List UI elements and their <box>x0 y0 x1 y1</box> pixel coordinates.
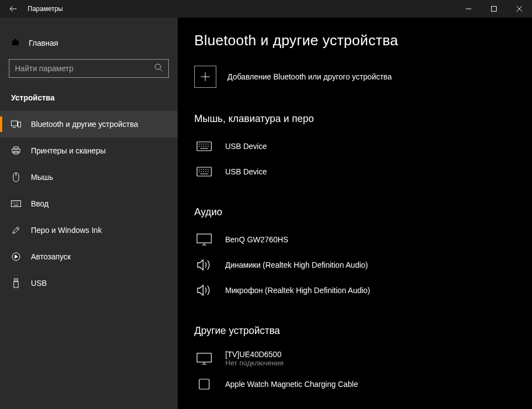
search-input[interactable] <box>15 64 155 73</box>
svg-rect-16 <box>199 379 209 389</box>
printer-icon <box>11 146 21 156</box>
device-row[interactable]: Динамики (Realtek High Definition Audio) <box>194 252 532 278</box>
sidebar: Главная Устройства Bluetooth и другие ус… <box>0 18 178 409</box>
sidebar-item-label: USB <box>31 279 47 288</box>
home-link[interactable]: Главная <box>0 32 178 54</box>
svg-rect-14 <box>197 234 211 243</box>
page-title: Bluetooth и другие устройства <box>194 32 532 49</box>
mouse-icon <box>11 172 21 182</box>
device-row[interactable]: USB Device <box>194 134 532 159</box>
section-input: Мышь, клавиатура и перо USB Device USB D… <box>194 113 532 184</box>
device-name: Динамики (Realtek High Definition Audio) <box>225 261 368 269</box>
sidebar-item-label: Bluetooth и другие устройства <box>31 120 138 129</box>
svg-rect-15 <box>197 353 211 362</box>
close-button[interactable] <box>507 0 532 18</box>
svg-rect-2 <box>12 121 18 126</box>
sidebar-item-autoplay[interactable]: Автозапуск <box>0 243 178 270</box>
sidebar-item-label: Ввод <box>31 199 49 208</box>
titlebar: Параметры <box>0 0 532 18</box>
generic-device-icon <box>194 376 214 392</box>
device-name: USB Device <box>225 167 267 176</box>
home-label: Главная <box>29 39 58 47</box>
section-title: Другие устройства <box>194 325 532 337</box>
keyboard-icon <box>194 163 214 180</box>
window-controls <box>456 0 532 18</box>
device-name: USB Device <box>225 142 267 151</box>
sidebar-item-usb[interactable]: USB <box>0 270 178 296</box>
svg-rect-3 <box>18 122 21 127</box>
speaker-icon <box>194 257 214 273</box>
svg-rect-0 <box>492 7 497 12</box>
device-row[interactable]: USB Device <box>194 159 532 184</box>
sidebar-category: Устройства <box>0 88 178 111</box>
add-device-label: Добавление Bluetooth или другого устройс… <box>227 72 392 81</box>
section-title: Мышь, клавиатура и перо <box>194 113 532 125</box>
pen-icon <box>11 225 21 235</box>
section-title: Аудио <box>194 206 532 218</box>
speaker-icon <box>194 282 214 299</box>
sidebar-nav: Bluetooth и другие устройства Принтеры и… <box>0 111 178 296</box>
device-name: [TV]UE40D6500 <box>225 350 284 359</box>
usb-icon <box>11 278 21 288</box>
sidebar-item-pen[interactable]: Перо и Windows Ink <box>0 217 178 243</box>
sidebar-item-mouse[interactable]: Мышь <box>0 164 178 190</box>
devices-icon <box>11 119 21 129</box>
sidebar-item-bluetooth[interactable]: Bluetooth и другие устройства <box>0 111 178 137</box>
svg-rect-4 <box>14 147 18 149</box>
content-area: Bluetooth и другие устройства Добавление… <box>178 18 532 409</box>
back-button[interactable] <box>0 0 26 18</box>
device-row[interactable]: BenQ GW2760HS <box>194 227 532 252</box>
window-title: Параметры <box>26 5 456 13</box>
sidebar-item-label: Принтеры и сканеры <box>31 146 105 155</box>
monitor-icon <box>194 231 214 248</box>
device-row[interactable]: Apple Watch Magnetic Charging Cable <box>194 371 532 397</box>
autoplay-icon <box>11 252 21 262</box>
svg-rect-11 <box>14 281 18 288</box>
section-other: Другие устройства [TV]UE40D6500 Нет подк… <box>194 325 532 397</box>
section-audio: Аудио BenQ GW2760HS Динамики (Realtek Hi… <box>194 206 532 303</box>
sidebar-item-label: Перо и Windows Ink <box>31 226 102 235</box>
device-name: Микрофон (Realtek High Definition Audio) <box>225 286 370 295</box>
sidebar-item-label: Мышь <box>31 173 53 182</box>
minimize-button[interactable] <box>456 0 481 18</box>
svg-point-1 <box>155 64 161 70</box>
search-icon <box>155 63 163 74</box>
svg-rect-5 <box>12 149 20 152</box>
sidebar-item-label: Автозапуск <box>31 252 71 261</box>
monitor-icon <box>194 350 214 367</box>
keyboard-icon <box>11 199 21 209</box>
home-icon <box>11 38 20 48</box>
device-row[interactable]: [TV]UE40D6500 Нет подключения <box>194 346 532 371</box>
keyboard-icon <box>194 138 214 155</box>
device-name: Apple Watch Magnetic Charging Cable <box>225 380 358 389</box>
add-device-button[interactable]: Добавление Bluetooth или другого устройс… <box>194 66 532 88</box>
device-status: Нет подключения <box>225 359 284 367</box>
device-row[interactable]: Микрофон (Realtek High Definition Audio) <box>194 278 532 303</box>
sidebar-item-typing[interactable]: Ввод <box>0 190 178 217</box>
device-name: BenQ GW2760HS <box>225 235 288 244</box>
plus-icon <box>194 66 216 88</box>
sidebar-item-printers[interactable]: Принтеры и сканеры <box>0 137 178 164</box>
search-box[interactable] <box>9 59 169 78</box>
maximize-button[interactable] <box>481 0 507 18</box>
svg-rect-10 <box>14 279 18 281</box>
